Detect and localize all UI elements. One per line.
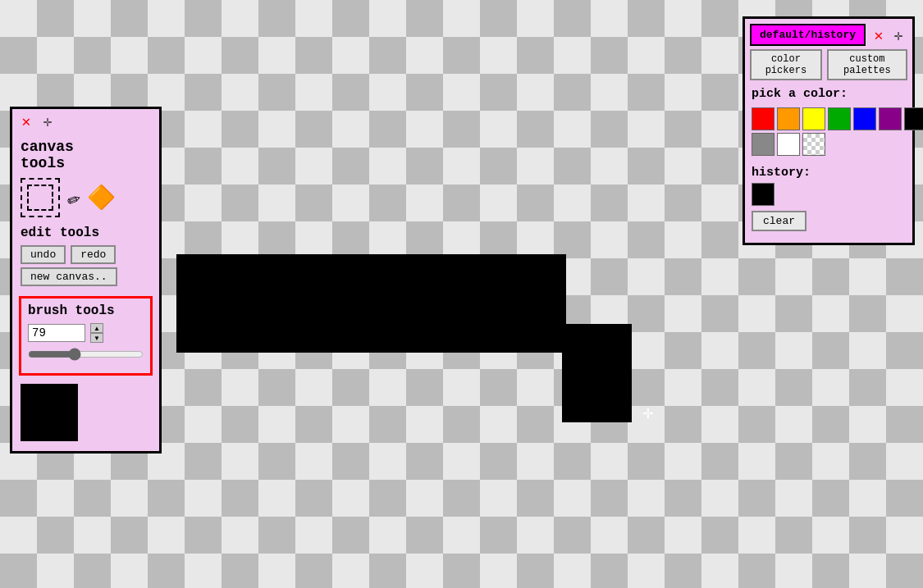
canvas-tools-title: canvastools (12, 134, 159, 173)
swatch-purple[interactable] (879, 107, 902, 130)
color-swatches-grid (745, 104, 912, 159)
color-panel: default/history ✕ ✛ color pickers custom… (743, 16, 915, 245)
pick-color-label: pick a color: (745, 80, 912, 104)
brush-spinner: ▲ ▼ (90, 323, 103, 343)
brush-size-slider[interactable] (28, 348, 144, 361)
selection-tool-inner (27, 185, 53, 211)
color-panel-drag-btn[interactable]: ✛ (889, 26, 907, 44)
canvas-tools-close-btn[interactable]: ✕ (17, 112, 35, 130)
color-panel-sub-tabs: color pickers custom palettes (745, 46, 912, 80)
swatch-green[interactable] (828, 107, 851, 130)
swatch-gray[interactable] (752, 133, 774, 156)
canvas-tools-panel: ✕ ✛ canvastools ✏️ 🔶 edit tools undo red… (10, 107, 162, 454)
swatch-white[interactable] (777, 133, 800, 156)
custom-palettes-tab[interactable]: custom palettes (827, 49, 907, 80)
swatch-black[interactable] (904, 107, 923, 130)
swatch-yellow[interactable] (802, 107, 825, 130)
color-panel-bar: default/history ✕ ✛ (745, 19, 912, 46)
color-panel-close-btn[interactable]: ✕ (870, 26, 888, 44)
edit-tools-label: edit tools (12, 222, 159, 242)
brush-size-input[interactable] (28, 324, 85, 342)
new-canvas-row: new canvas.. (21, 267, 151, 286)
color-pickers-tab[interactable]: color pickers (750, 49, 822, 80)
selection-tool-btn[interactable] (21, 178, 60, 217)
swatch-red[interactable] (752, 107, 774, 130)
redo-button[interactable]: redo (71, 245, 116, 264)
canvas-tools-drag-btn[interactable]: ✛ (39, 112, 57, 130)
undo-redo-row: undo redo (21, 245, 151, 264)
brush-tools-section: brush tools ▲ ▼ (19, 296, 153, 376)
edit-tools-buttons: undo redo new canvas.. (12, 242, 159, 289)
undo-button[interactable]: undo (21, 245, 66, 264)
history-color-swatch[interactable] (752, 183, 774, 206)
brush-size-down[interactable]: ▼ (90, 333, 103, 343)
new-canvas-button[interactable]: new canvas.. (21, 267, 117, 286)
pencil-tool-btn[interactable]: ✏️ (62, 182, 85, 213)
swatch-transparent[interactable] (802, 133, 825, 156)
tab-default-history[interactable]: default/history (750, 24, 866, 46)
swatch-blue[interactable] (853, 107, 876, 130)
brush-size-up[interactable]: ▲ (90, 323, 103, 333)
brush-size-row: ▲ ▼ (28, 323, 144, 343)
brush-tools-label: brush tools (28, 303, 144, 318)
swatch-orange[interactable] (777, 107, 800, 130)
color-panel-controls: ✕ ✛ (870, 26, 907, 44)
color-preview (21, 384, 78, 441)
eraser-tool-btn[interactable]: 🔶 (87, 184, 116, 212)
history-label: history: (745, 159, 912, 183)
color-panel-tabs: default/history (750, 24, 866, 46)
tools-row: ✏️ 🔶 (12, 173, 159, 222)
canvas-tools-titlebar: ✕ ✛ (12, 109, 159, 134)
clear-button[interactable]: clear (752, 211, 806, 231)
